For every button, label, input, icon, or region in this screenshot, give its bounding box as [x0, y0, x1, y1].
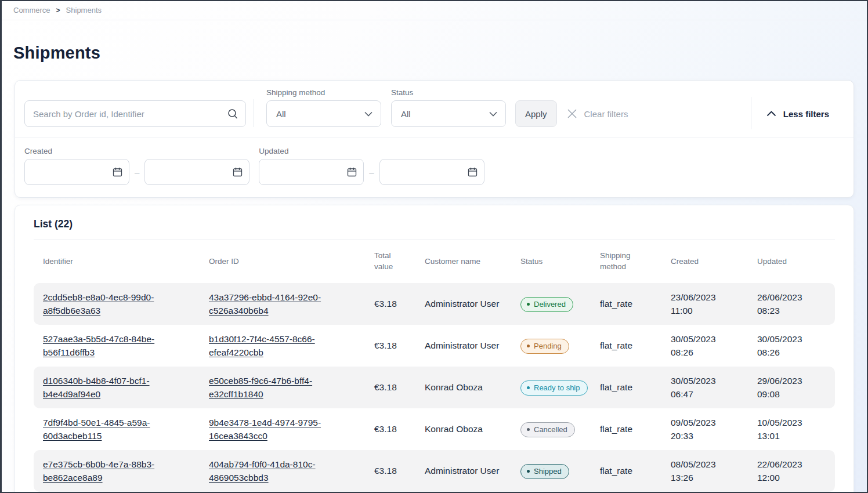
- status-badge: Cancelled: [520, 422, 575, 437]
- list-title: List (22): [15, 205, 853, 240]
- table-row: 527aae3a-5b5d-47c8-84be-b56f11d6ffb3 b1d…: [34, 325, 835, 367]
- shipping-method-value: All: [276, 109, 286, 119]
- identifier-link[interactable]: 527aae3a-5b5d-47c8-84be-b56f11d6ffb3: [43, 334, 154, 357]
- search-input[interactable]: [24, 100, 246, 127]
- customer-name-cell: Administrator User: [415, 333, 511, 358]
- status-badge: Delivered: [520, 297, 573, 312]
- order-id-link[interactable]: 404ab794-f0f0-41da-810c-4869053cbbd3: [209, 459, 316, 483]
- shipping-method-field: Shipping method All: [266, 88, 381, 127]
- calendar-icon[interactable]: [232, 166, 243, 177]
- shipping-method-label: Shipping method: [266, 88, 381, 97]
- status-dot-icon: [527, 470, 530, 473]
- created-to-field: [144, 159, 249, 185]
- order-id-link[interactable]: 43a37296-ebbd-4164-92e0-c526a340b6b4: [209, 292, 321, 316]
- total-value-cell: €3.18: [365, 458, 415, 483]
- table-header: Identifier Order ID Total value Customer…: [34, 240, 835, 283]
- table-row: e7e375cb-6b0b-4e7a-88b3-be862ace8a89 404…: [34, 450, 835, 492]
- order-id-link[interactable]: b1d30f12-7f4c-4557-8c66-efeaf4220cbb: [209, 334, 315, 357]
- clear-filters-button[interactable]: Clear filters: [567, 100, 628, 127]
- status-badge-label: Delivered: [534, 299, 566, 310]
- table-body: 2cdd5eb8-e8a0-4ec8-99d0-a8f5db6e3a63 43a…: [15, 283, 853, 492]
- chevron-down-icon: [489, 111, 497, 117]
- search-icon: [227, 108, 238, 119]
- identifier-link[interactable]: e7e375cb-6b0b-4e7a-88b3-be862ace8a89: [43, 459, 154, 483]
- filters-date-row: Created –: [15, 137, 853, 197]
- status-field: Status All: [391, 88, 506, 127]
- identifier-link[interactable]: 2cdd5eb8-e8a0-4ec8-99d0-a8f5db6e3a63: [43, 292, 154, 316]
- created-cell: 08/05/2023 13:26: [671, 458, 726, 485]
- customer-name-cell: Konrad Oboza: [415, 375, 511, 400]
- shipping-method-cell: flat_rate: [591, 291, 661, 316]
- created-cell: 30/05/2023 08:26: [671, 332, 726, 360]
- status-value: All: [401, 109, 411, 119]
- total-value-cell: €3.18: [365, 416, 415, 441]
- customer-name-cell: Administrator User: [415, 458, 511, 483]
- breadcrumb-item-shipments[interactable]: Shipments: [66, 6, 102, 14]
- list-panel: List (22) Identifier Order ID Total valu…: [15, 205, 854, 493]
- created-cell: 09/05/2023 20:33: [671, 416, 726, 443]
- customer-name-cell: Konrad Oboza: [415, 416, 511, 441]
- date-range-dash: –: [135, 167, 139, 177]
- clear-filters-label: Clear filters: [584, 109, 628, 119]
- shipping-method-select[interactable]: All: [266, 100, 381, 127]
- status-select[interactable]: All: [391, 100, 506, 127]
- column-header-total-value: Total value: [365, 251, 415, 273]
- less-filters-toggle[interactable]: Less filters: [766, 100, 829, 127]
- column-header-updated: Updated: [748, 256, 835, 267]
- shipments-admin-page: Commerce > Shipments Shipments Shipping …: [0, 0, 868, 493]
- updated-cell: 30/05/2023 08:26: [757, 332, 812, 360]
- table-row: d106340b-b4b8-4f07-bcf1-b4e4d9af94e0 e50…: [34, 367, 835, 408]
- updated-cell: 10/05/2023 13:01: [757, 416, 812, 443]
- shipping-method-cell: flat_rate: [591, 416, 661, 441]
- divider: [254, 99, 254, 127]
- total-value-cell: €3.18: [365, 375, 415, 400]
- status-badge: Pending: [520, 339, 569, 354]
- total-value-cell: €3.18: [365, 333, 415, 358]
- order-id-link[interactable]: 9b4e3478-1e4d-4974-9795-16cea3843cc0: [209, 418, 321, 441]
- updated-label: Updated: [259, 147, 484, 155]
- order-id-link[interactable]: e50ceb85-f9c6-47b6-bff4-e32cff1b1840: [209, 376, 312, 399]
- status-badge-label: Cancelled: [534, 424, 567, 436]
- status-badge: Ready to ship: [520, 380, 588, 396]
- status-dot-icon: [527, 303, 530, 306]
- shipping-method-cell: flat_rate: [591, 375, 661, 400]
- column-header-status: Status: [511, 256, 591, 267]
- total-value-cell: €3.18: [365, 291, 415, 316]
- created-date-group: Created –: [24, 147, 249, 185]
- breadcrumb-item-commerce[interactable]: Commerce: [13, 6, 50, 14]
- table-row: 2cdd5eb8-e8a0-4ec8-99d0-a8f5db6e3a63 43a…: [34, 283, 835, 325]
- status-badge-label: Ready to ship: [534, 382, 580, 394]
- status-badge-label: Pending: [534, 340, 562, 352]
- updated-cell: 22/06/2023 12:00: [757, 458, 812, 485]
- breadcrumb: Commerce > Shipments: [2, 1, 867, 20]
- status-dot-icon: [527, 428, 530, 431]
- calendar-icon[interactable]: [112, 166, 123, 177]
- updated-to-field: [379, 159, 484, 185]
- date-range-dash: –: [369, 167, 374, 177]
- created-label: Created: [24, 147, 249, 155]
- status-dot-icon: [527, 386, 530, 389]
- calendar-icon[interactable]: [346, 166, 357, 177]
- updated-cell: 29/06/2023 09:08: [757, 374, 812, 401]
- close-icon: [567, 108, 577, 119]
- column-header-created: Created: [661, 256, 748, 267]
- search-box: [24, 100, 246, 127]
- shipping-method-cell: flat_rate: [591, 458, 661, 483]
- identifier-link[interactable]: 7df9f4bd-50e1-4845-a59a-60d3acbeb115: [43, 418, 150, 441]
- column-header-customer-name: Customer name: [415, 256, 511, 267]
- apply-button[interactable]: Apply: [515, 100, 557, 127]
- created-cell: 30/05/2023 06:47: [671, 374, 726, 401]
- status-badge-label: Shipped: [534, 466, 562, 477]
- created-cell: 23/06/2023 11:00: [671, 291, 726, 318]
- calendar-icon[interactable]: [467, 166, 478, 177]
- chevron-up-icon: [766, 111, 776, 117]
- divider: [751, 97, 751, 129]
- filters-main-row: Shipping method All Status All: [15, 81, 853, 137]
- column-header-identifier: Identifier: [34, 256, 200, 267]
- page-title: Shipments: [13, 44, 855, 63]
- chevron-down-icon: [364, 111, 372, 117]
- status-badge: Shipped: [520, 464, 569, 479]
- status-dot-icon: [527, 345, 530, 347]
- created-from-field: [24, 159, 129, 185]
- identifier-link[interactable]: d106340b-b4b8-4f07-bcf1-b4e4d9af94e0: [43, 376, 150, 399]
